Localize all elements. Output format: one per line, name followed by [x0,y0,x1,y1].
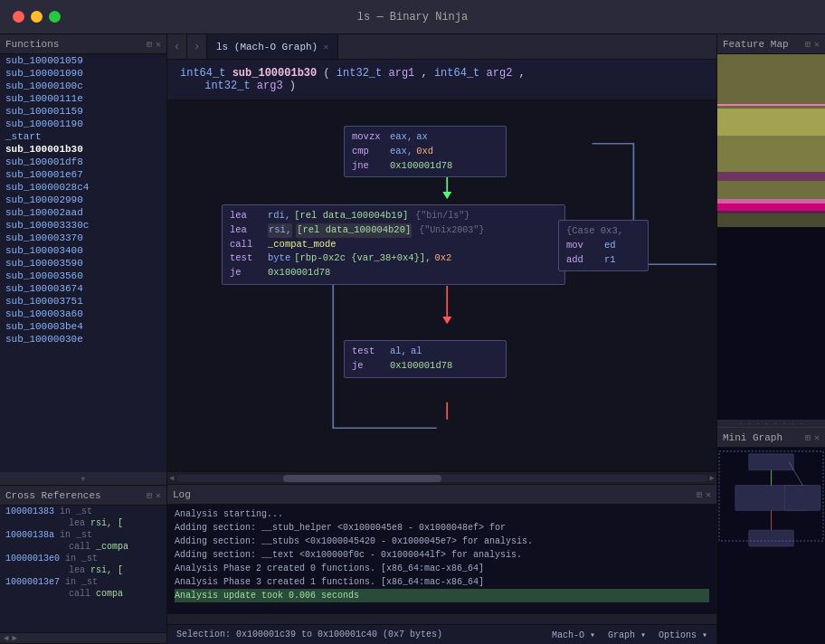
xref-item[interactable]: lea rsi, [ [0,564,166,576]
function-item[interactable]: sub_100001090 [0,67,166,80]
mini-graph-expand-icon[interactable]: ⊞ [805,432,811,443]
hscroll-thumb[interactable] [283,475,442,482]
function-item[interactable]: sub_100003a60 [0,308,166,320]
param2-type: int64_t [434,67,479,80]
svg-rect-6 [784,486,820,511]
titlebar: ls — Binary Ninja [0,0,825,34]
xref-item[interactable]: lea rsi, [ [0,517,166,529]
param2-name: arg2 [487,67,513,80]
function-item[interactable]: sub_100001159 [0,105,166,118]
cfg-node-4[interactable]: {Case 0x3, mov ed add r1 [558,220,649,271]
svg-rect-3 [749,454,794,470]
log-expand-icon[interactable]: ⊞ [697,489,702,500]
cfg-node-3[interactable]: test al, al je 0x100001d78 [344,340,507,378]
close-button[interactable] [13,11,24,23]
function-item[interactable]: sub_100003674 [0,282,166,295]
function-item[interactable]: sub_10000030e [0,333,166,346]
feature-map-expand-icon[interactable]: ⊞ [805,39,811,50]
mini-graph-pane: Mini Graph ⊞ ✕ [717,427,825,644]
svg-rect-5 [749,530,794,546]
log-line: Analysis Phase 2 created 0 functions. [x… [175,562,709,575]
cfg-node-1[interactable]: movzx eax, ax cmp eax, 0xd jne 0x100001d… [344,126,507,177]
functions-pane: Functions ⊞ ✕ sub_100001059sub_100001090… [0,34,166,486]
function-item[interactable]: _start [0,130,166,143]
center-panel: ‹ › ls (Mach-O Graph) ✕ int64_t sub_1000… [167,34,716,644]
xref-item[interactable]: 10000013e7 in _st [0,576,166,588]
function-item[interactable]: sub_100003330c [0,219,166,232]
status-selection: Selection: 0x100001c39 to 0x100001c40 (0… [176,630,442,639]
xref-item[interactable]: 10000013e0 in _st [0,553,166,564]
graph-hscrollbar[interactable]: ◀ ▶ [167,471,716,484]
tab-ls-graph[interactable]: ls (Mach-O Graph) ✕ [207,34,338,59]
xref-scroll-left[interactable]: ◀ [4,633,8,643]
function-item[interactable]: sub_10000028c4 [0,181,166,194]
window-title: ls — Binary Ninja [357,11,468,24]
minimize-button[interactable] [31,11,43,23]
tab-forward-button[interactable]: › [187,34,207,59]
function-item[interactable]: sub_100001059 [0,54,166,67]
hscroll-track[interactable] [176,475,706,482]
log-close-icon[interactable]: ✕ [706,489,711,500]
functions-header: Functions ⊞ ✕ [0,34,166,54]
feature-map-title: Feature Map [723,39,789,50]
maximize-button[interactable] [49,11,61,23]
functions-expand-icon[interactable]: ⊞ [147,39,152,50]
xref-expand-icon[interactable]: ⊞ [147,490,152,501]
function-item[interactable]: sub_100002990 [0,194,166,206]
status-menu-item[interactable]: Options ▾ [659,630,707,640]
function-item[interactable]: sub_100001e67 [0,168,166,181]
graph-area[interactable]: movzx eax, ax cmp eax, 0xd jne 0x100001d… [167,100,716,471]
log-scrollbar[interactable] [167,613,716,624]
function-item[interactable]: sub_10000100c [0,80,166,92]
cfg-node-2[interactable]: lea rdi, [rel data_100004b19] {"bin/ls"}… [222,204,565,285]
function-item[interactable]: sub_100001b30 [0,143,166,156]
function-item[interactable]: sub_100002aad [0,206,166,219]
hscroll-right-btn[interactable]: ▶ [710,473,715,483]
log-title: Log [173,489,191,500]
mini-graph-close-icon[interactable]: ✕ [814,432,820,443]
function-item[interactable]: sub_100001190 [0,118,166,130]
xref-scroll-right[interactable]: ▶ [12,633,16,643]
xref-item[interactable]: 100001383 in _st [0,506,166,517]
function-item[interactable]: sub_10000111e [0,92,166,105]
xref-list[interactable]: 100001383 in _stlea rsi, [10000138a in _… [0,506,166,632]
xref-item[interactable]: call compa [0,588,166,600]
status-menu-item[interactable]: Graph ▾ [608,630,646,640]
return-type-keyword: int64_t [180,67,225,80]
log-line: Adding section: __text <0x100000f0c - 0x… [175,548,709,562]
function-signature: int64_t sub_100001b30 ( int32_t arg1 , i… [167,60,716,100]
mini-graph-divider: · · · · · · · · [717,420,825,427]
window-controls [13,11,61,23]
left-panel: Functions ⊞ ✕ sub_100001059sub_100001090… [0,34,167,644]
function-item[interactable]: sub_100003be4 [0,320,166,333]
status-menu-item[interactable]: Mach-O ▾ [552,630,595,640]
xref-item[interactable]: 10000138a in _st [0,529,166,541]
functions-icons: ⊞ ✕ [147,39,161,50]
tab-bar: ‹ › ls (Mach-O Graph) ✕ [167,34,716,60]
xref-icons: ⊞ ✕ [147,490,161,501]
function-item[interactable]: sub_100003560 [0,270,166,282]
log-pane: Log ⊞ ✕ Analysis starting...Adding secti… [167,484,716,624]
function-item[interactable]: sub_100001df8 [0,156,166,168]
functions-scroll: ▼ [0,472,166,485]
function-item[interactable]: sub_100003751 [0,295,166,308]
tab-back-button[interactable]: ‹ [167,34,187,59]
tab-close-icon[interactable]: ✕ [323,42,328,52]
log-content: Analysis starting...Adding section: __st… [167,505,716,613]
function-item[interactable]: sub_100003590 [0,257,166,270]
code-view: int64_t sub_100001b30 ( int32_t arg1 , i… [167,60,716,484]
mini-graph-content[interactable] [717,448,825,644]
hscroll-left-btn[interactable]: ◀ [169,473,174,483]
xref-scroll: ◀ ▶ [0,632,166,643]
feature-map-close-icon[interactable]: ✕ [814,39,820,50]
functions-close-icon[interactable]: ✕ [156,39,161,50]
functions-list[interactable]: sub_100001059sub_100001090sub_10000100cs… [0,54,166,472]
feature-map-content[interactable] [717,54,825,420]
status-bar: Selection: 0x100001c39 to 0x100001c40 (0… [167,624,716,644]
log-icons: ⊞ ✕ [697,489,711,500]
function-item[interactable]: sub_100003400 [0,244,166,257]
xref-item[interactable]: call _compa [0,541,166,553]
function-item[interactable]: sub_100003370 [0,232,166,244]
xref-close-icon[interactable]: ✕ [156,490,161,501]
log-line: Adding section: __stubs <0x1000045420 - … [175,535,709,548]
